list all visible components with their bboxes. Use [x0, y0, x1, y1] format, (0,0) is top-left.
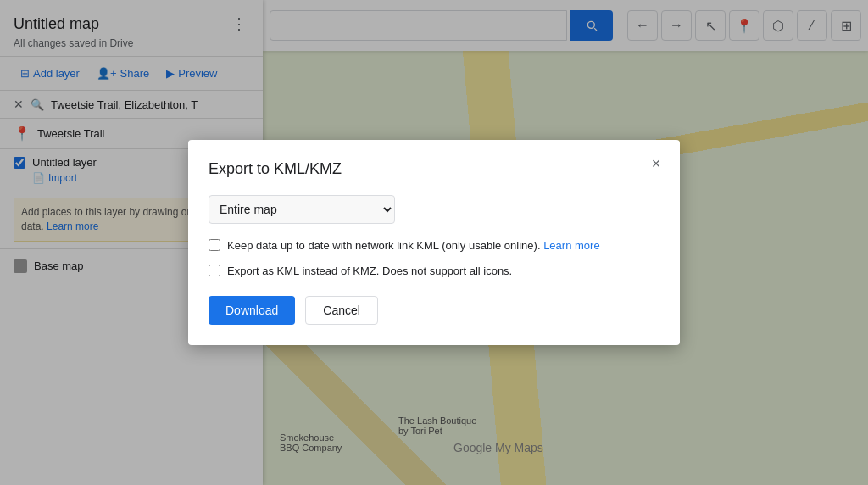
dropdown-container: Entire map Untitled layer [209, 195, 659, 224]
map-layer-dropdown[interactable]: Entire map Untitled layer [209, 195, 395, 224]
network-link-learn-more[interactable]: Learn more [543, 239, 599, 252]
download-button[interactable]: Download [209, 296, 295, 325]
modal-overlay: Export to KML/KMZ × Entire map Untitled … [0, 0, 868, 485]
cancel-button[interactable]: Cancel [305, 296, 378, 325]
checkbox-kml-label: Export as KML instead of KMZ. Does not s… [227, 263, 512, 280]
modal-buttons: Download Cancel [209, 296, 659, 325]
modal-close-button[interactable]: × [646, 153, 666, 174]
checkbox-kml[interactable] [209, 265, 220, 276]
modal-title: Export to KML/KMZ [209, 160, 659, 178]
checkbox-kml-row: Export as KML instead of KMZ. Does not s… [209, 263, 659, 280]
checkbox-network-link-row: Keep data up to date with network link K… [209, 237, 659, 254]
checkbox-network-link[interactable] [209, 239, 220, 251]
checkbox-network-link-label: Keep data up to date with network link K… [227, 237, 600, 254]
export-modal: Export to KML/KMZ × Entire map Untitled … [188, 140, 680, 345]
